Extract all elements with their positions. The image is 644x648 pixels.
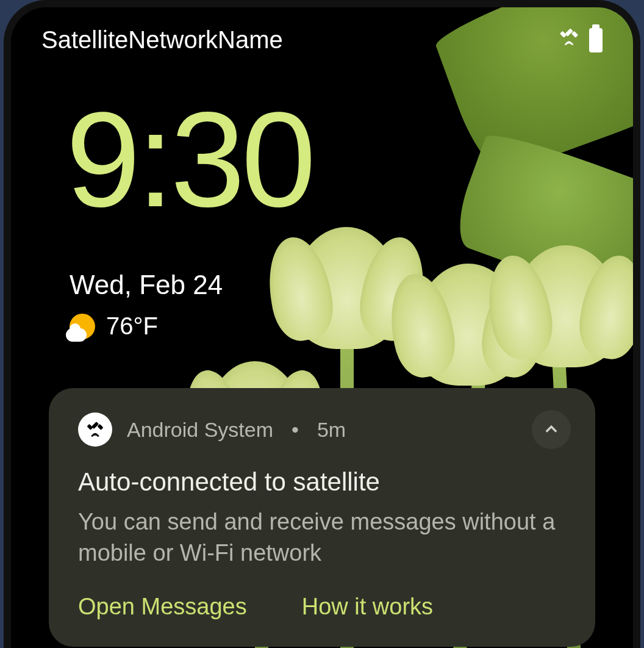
separator-dot: • xyxy=(292,418,299,442)
battery-full-icon xyxy=(589,28,603,52)
notification-time: 5m xyxy=(317,418,346,442)
network-name: SatelliteNetworkName xyxy=(41,26,283,54)
open-messages-button[interactable]: Open Messages xyxy=(78,594,247,620)
notification-card[interactable]: Android System • 5m Auto-connected to sa… xyxy=(49,388,595,647)
notification-header: Android System • 5m xyxy=(78,412,566,447)
status-right xyxy=(557,26,603,54)
wallpaper-tulip xyxy=(511,245,621,367)
lock-screen-date: Wed, Feb 24 xyxy=(70,270,223,300)
expand-collapse-button[interactable] xyxy=(532,410,571,449)
weather-widget[interactable]: 76°F xyxy=(70,312,158,340)
phone-frame: SatelliteNetworkName xyxy=(4,0,640,648)
chevron-up-icon xyxy=(543,421,560,438)
partly-cloudy-icon xyxy=(70,314,95,339)
notification-app-satellite-icon xyxy=(78,412,112,447)
svg-rect-4 xyxy=(87,424,93,430)
how-it-works-button[interactable]: How it works xyxy=(302,594,433,620)
svg-rect-5 xyxy=(97,424,103,430)
lock-screen-clock: 9:30 xyxy=(66,93,312,227)
notification-body: You can send and receive messages withou… xyxy=(78,506,566,569)
svg-rect-2 xyxy=(571,31,578,38)
wallpaper-tulip xyxy=(292,227,401,349)
notification-actions: Open Messages How it works xyxy=(78,594,566,620)
svg-rect-1 xyxy=(560,31,567,38)
weather-temp: 76°F xyxy=(106,312,158,340)
status-bar: SatelliteNetworkName xyxy=(41,26,603,54)
notification-title: Auto-connected to satellite xyxy=(78,467,566,497)
satellite-icon xyxy=(557,26,581,54)
notification-app-name: Android System xyxy=(127,418,273,442)
lock-screen[interactable]: SatelliteNetworkName xyxy=(11,7,633,648)
